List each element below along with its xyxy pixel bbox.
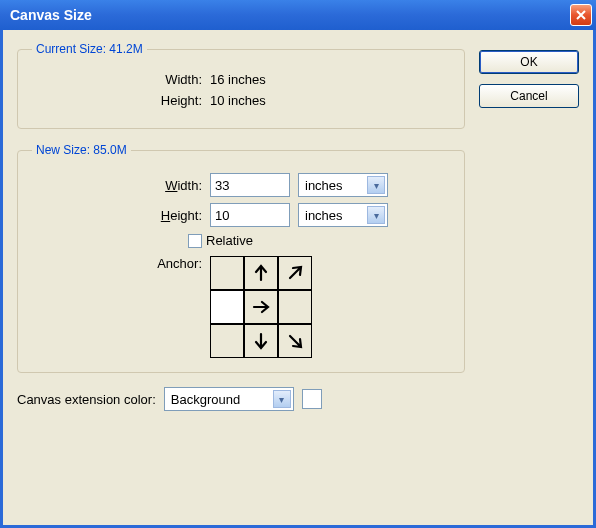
cancel-button[interactable]: Cancel (479, 84, 579, 108)
new-height-label: Height: (32, 208, 202, 223)
anchor-se[interactable] (278, 324, 312, 358)
anchor-label: Anchor: (32, 256, 202, 271)
arrow-ne-icon (285, 263, 305, 283)
window-title: Canvas Size (10, 7, 92, 23)
chevron-down-icon: ▾ (367, 206, 385, 224)
arrow-down-icon (251, 331, 271, 351)
height-unit-value: inches (305, 208, 343, 223)
new-width-input[interactable] (210, 173, 290, 197)
arrow-right-icon (251, 297, 271, 317)
relative-label: Relative (206, 233, 253, 248)
arrow-up-icon (251, 263, 271, 283)
anchor-c[interactable] (244, 290, 278, 324)
new-size-group: New Size: 85.0M Width: inches ▾ Height: … (17, 143, 465, 373)
anchor-n[interactable] (244, 256, 278, 290)
extension-color-swatch[interactable] (302, 389, 322, 409)
close-button[interactable] (570, 4, 592, 26)
current-height-label: Height: (32, 93, 202, 108)
extension-color-value: Background (171, 392, 240, 407)
anchor-ne[interactable] (278, 256, 312, 290)
current-size-group: Current Size: 41.2M Width: 16 inches Hei… (17, 42, 465, 129)
anchor-sw[interactable] (210, 324, 244, 358)
new-size-legend: New Size: 85.0M (32, 143, 131, 157)
current-height-value: 10 inches (210, 93, 266, 108)
extension-row: Canvas extension color: Background ▾ (17, 387, 465, 411)
arrow-se-icon (285, 331, 305, 351)
anchor-w[interactable] (210, 290, 244, 324)
relative-checkbox[interactable] (188, 234, 202, 248)
dialog-body: Current Size: 41.2M Width: 16 inches Hei… (0, 30, 596, 528)
anchor-grid (210, 256, 312, 358)
right-column: OK Cancel (479, 42, 579, 513)
extension-label: Canvas extension color: (17, 392, 156, 407)
anchor-e[interactable] (278, 290, 312, 324)
left-column: Current Size: 41.2M Width: 16 inches Hei… (17, 42, 465, 513)
anchor-s[interactable] (244, 324, 278, 358)
width-unit-value: inches (305, 178, 343, 193)
current-size-legend: Current Size: 41.2M (32, 42, 147, 56)
width-unit-select[interactable]: inches ▾ (298, 173, 388, 197)
height-unit-select[interactable]: inches ▾ (298, 203, 388, 227)
new-width-label: Width: (32, 178, 202, 193)
close-icon (576, 10, 586, 20)
extension-color-select[interactable]: Background ▾ (164, 387, 294, 411)
chevron-down-icon: ▾ (273, 390, 291, 408)
ok-button[interactable]: OK (479, 50, 579, 74)
anchor-nw[interactable] (210, 256, 244, 290)
chevron-down-icon: ▾ (367, 176, 385, 194)
new-height-input[interactable] (210, 203, 290, 227)
current-width-label: Width: (32, 72, 202, 87)
titlebar: Canvas Size (0, 0, 596, 30)
current-width-value: 16 inches (210, 72, 266, 87)
